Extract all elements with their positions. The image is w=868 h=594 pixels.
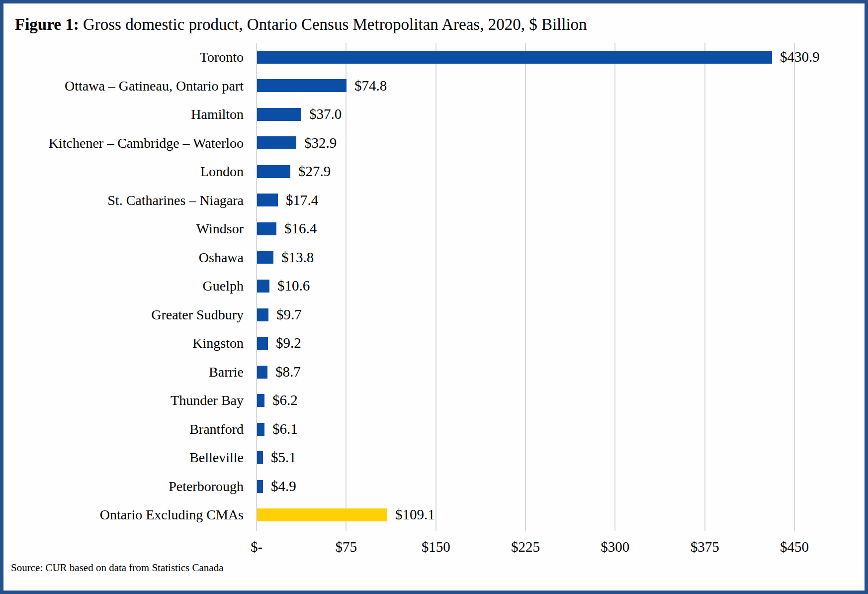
- bar: [257, 480, 263, 493]
- category-label: Ottawa – Gatineau, Ontario part: [8, 72, 244, 100]
- category-label: Windsor: [8, 214, 244, 243]
- value-label: $4.9: [271, 472, 296, 501]
- x-tick-label: $75: [336, 539, 357, 555]
- gridline: [346, 43, 347, 531]
- category-label: Hamilton: [8, 100, 244, 129]
- value-label: $9.2: [276, 329, 301, 358]
- value-label: $32.9: [304, 129, 337, 158]
- value-label: $9.7: [276, 300, 302, 329]
- bar: [257, 337, 268, 350]
- source-note: Source: CUR based on data from Statistic…: [11, 562, 224, 574]
- value-label: $109.1: [395, 500, 435, 529]
- figure-frame: Figure 1: Gross domestic product, Ontari…: [0, 0, 868, 594]
- category-label: Kitchener – Cambridge – Waterloo: [8, 129, 244, 158]
- bar-highlight: [257, 508, 387, 521]
- bar: [257, 280, 269, 293]
- gridline: [614, 43, 615, 531]
- x-tick-label: $225: [511, 539, 540, 555]
- value-label: $6.1: [272, 415, 298, 444]
- value-label: $430.9: [780, 43, 820, 72]
- value-label: $37.0: [309, 100, 342, 129]
- category-label: London: [8, 157, 244, 186]
- bar: [257, 423, 264, 436]
- value-label: $10.6: [277, 272, 310, 300]
- value-label: $74.8: [354, 72, 387, 100]
- bar: [257, 451, 263, 464]
- bar: [257, 194, 278, 206]
- bar: [257, 51, 772, 64]
- category-label: Kingston: [8, 329, 244, 358]
- gridline: [435, 43, 436, 531]
- x-tick-label: $-: [251, 539, 262, 555]
- category-label: Thunder Bay: [8, 386, 244, 415]
- category-label: Toronto: [8, 43, 244, 72]
- bar: [257, 366, 267, 379]
- gridline: [704, 43, 705, 531]
- value-label: $13.8: [281, 243, 314, 272]
- bar: [257, 222, 276, 235]
- plot-area: Toronto$430.9Ottawa – Gatineau, Ontario …: [3, 3, 865, 591]
- x-tick-label: $300: [601, 539, 629, 555]
- x-tick-label: $375: [691, 539, 719, 555]
- category-label: Ontario Excluding CMAs: [8, 500, 244, 529]
- bar: [257, 394, 264, 407]
- value-label: $17.4: [286, 186, 318, 215]
- bar: [257, 136, 296, 149]
- value-label: $16.4: [284, 214, 317, 243]
- category-label: Guelph: [8, 272, 244, 300]
- category-label: St. Catharines – Niagara: [8, 186, 244, 215]
- bar: [257, 308, 268, 321]
- category-label: Brantford: [8, 415, 244, 444]
- x-tick-label: $450: [780, 539, 809, 555]
- x-tick-label: $150: [422, 539, 450, 555]
- bar: [257, 79, 347, 92]
- category-label: Barrie: [8, 358, 244, 387]
- bar: [257, 165, 290, 178]
- category-label: Belleville: [8, 443, 244, 472]
- bar: [257, 108, 301, 121]
- value-label: $27.9: [298, 157, 331, 186]
- gridline: [525, 43, 526, 531]
- value-label: $5.1: [271, 443, 296, 472]
- gridline: [794, 43, 795, 531]
- value-label: $6.2: [272, 386, 298, 415]
- category-label: Peterborough: [8, 472, 244, 501]
- bar: [257, 251, 273, 264]
- category-label: Greater Sudbury: [8, 300, 244, 329]
- value-label: $8.7: [275, 358, 301, 387]
- category-label: Oshawa: [8, 243, 244, 272]
